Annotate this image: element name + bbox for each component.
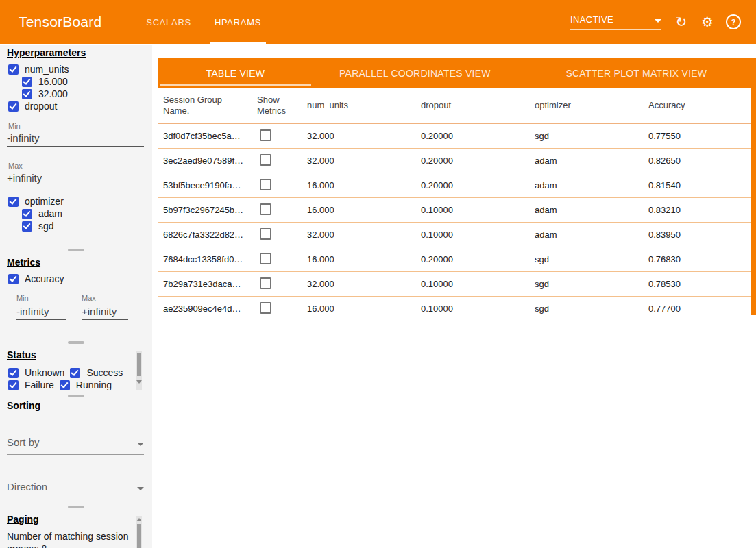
sort-by-dropdown[interactable]: Sort by [7,436,144,455]
optimizer-cell: sgd [529,131,643,141]
session-group-row[interactable]: 7b29a731e3daca… 32.000 0.10000 sgd 0.785… [158,272,756,297]
dropout-cell: 0.20000 [415,155,529,166]
session-group-row[interactable]: 53bf5bece9190fa… 16.000 0.20000 adam 0.8… [158,173,756,198]
main-nav-tabs: SCALARS HPARAMS [134,0,273,44]
sort-by-value: Sort by [7,436,40,449]
tab-parallel-coordinates-view[interactable]: PARALLEL COORDINATES VIEW [313,58,517,88]
session-group-name-cell: 7684dcc13358fd0… [158,254,252,264]
column-header-dropout[interactable]: dropout [415,100,529,111]
help-icon[interactable]: ? [720,8,746,36]
checked-checkbox-icon [22,89,32,99]
session-group-name-cell: 3df0d7cf35bec5a… [158,131,252,141]
session-group-row[interactable]: 5b97f3c2967245b… 16.000 0.10000 adam 0.8… [158,198,756,223]
accuracy-cell: 0.82650 [643,155,756,166]
optimizer-cell: adam [529,155,643,166]
checked-checkbox-icon [8,380,19,390]
scroll-down-icon[interactable] [136,380,142,384]
accuracy-min-label: Min [16,294,66,303]
reload-status-select[interactable]: INACTIVE [570,14,661,30]
dropout-cell: 0.20000 [415,180,529,190]
num-units-cell: 32.000 [302,229,415,240]
num-units-cell: 16.000 [302,254,415,264]
show-metrics-checkbox[interactable] [260,179,271,190]
tab-table-view[interactable]: TABLE VIEW [158,58,313,88]
dropout-max-input[interactable] [7,172,144,186]
column-header-show-metrics[interactable]: Show Metrics [252,95,302,116]
accuracy-max-input[interactable] [82,306,128,320]
dropout-cell: 0.10000 [415,303,529,314]
settings-gear-icon[interactable]: ⚙ [694,8,720,36]
checkbox-status-running[interactable]: Running [60,379,112,391]
session-group-row[interactable]: 6826c7fa3322d82… 32.000 0.10000 adam 0.8… [158,223,756,247]
show-metrics-cell [252,253,302,266]
checkbox-num-units[interactable]: num_units [0,63,152,75]
accuracy-max-field: Max [82,294,128,320]
status-title: Status [7,349,152,361]
hparams-main-pane: TABLE VIEW PARALLEL COORDINATES VIEW SCA… [158,44,756,548]
paging-title: Paging [7,514,152,525]
tab-scalars[interactable]: SCALARS [134,0,203,44]
show-metrics-checkbox[interactable] [260,203,271,215]
accuracy-min-field: Min [16,294,66,320]
scrollbar-thumb[interactable] [137,353,141,376]
checkbox-status-unknown[interactable]: Unknown [8,366,64,379]
checkbox-label: Failure [25,379,54,391]
accuracy-max-label: Max [82,294,128,303]
section-resize-handle[interactable] [68,341,84,344]
column-header-optimizer[interactable]: optimizer [529,100,643,111]
checkbox-label: sgd [38,220,54,232]
checkbox-num-units-32[interactable]: 32.000 [0,88,152,100]
session-group-row[interactable]: 3df0d7cf35bec5a… 32.000 0.20000 sgd 0.77… [158,124,756,149]
scrollbar-thumb[interactable] [137,524,141,548]
scroll-up-icon[interactable] [136,518,142,521]
refresh-icon[interactable]: ↻ [668,8,694,36]
section-resize-handle[interactable] [68,395,84,397]
section-resize-handle[interactable] [68,506,84,508]
show-metrics-checkbox[interactable] [260,228,271,240]
column-header-session-group-name[interactable]: Session Group Name. [158,95,252,116]
tab-scatter-plot-matrix-view[interactable]: SCATTER PLOT MATRIX VIEW [517,58,756,88]
optimizer-cell: sgd [529,254,643,264]
dropout-cell: 0.20000 [415,254,529,264]
show-metrics-cell [252,302,302,316]
num-units-cell: 16.000 [302,180,415,190]
optimizer-cell: adam [529,229,643,240]
accuracy-cell: 0.83210 [643,205,756,215]
checkbox-optimizer-sgd[interactable]: sgd [0,220,152,232]
show-metrics-checkbox[interactable] [260,302,271,314]
direction-dropdown[interactable]: Direction [7,481,144,499]
optimizer-cell: sgd [529,303,643,314]
show-metrics-checkbox[interactable] [260,253,271,264]
show-metrics-checkbox[interactable] [260,277,271,289]
column-header-num-units[interactable]: num_units [302,100,415,111]
checkbox-dropout[interactable]: dropout [0,100,152,112]
session-group-row[interactable]: ae235909ec4e4d… 16.000 0.10000 sgd 0.777… [158,297,756,321]
checkbox-label: num_units [25,63,69,75]
checked-checkbox-icon [8,101,19,112]
checkbox-status-failure[interactable]: Failure [8,379,54,391]
column-header-accuracy[interactable]: Accuracy [643,100,756,111]
session-group-name-cell: ae235909ec4e4d… [158,303,252,314]
status-scrollbar-track [136,351,142,390]
session-group-row[interactable]: 3ec2aed9e07589f… 32.000 0.20000 adam 0.8… [158,149,756,173]
dropout-min-input[interactable] [7,132,144,147]
session-group-row[interactable]: 7684dcc13358fd0… 16.000 0.20000 sgd 0.76… [158,247,756,272]
section-resize-handle[interactable] [68,249,84,251]
checkbox-num-units-16[interactable]: 16.000 [0,75,152,88]
accuracy-cell: 0.76830 [643,254,756,264]
checkbox-label: adam [38,208,62,220]
accuracy-min-input[interactable] [16,306,66,320]
tab-hparams[interactable]: HPARAMS [203,0,273,44]
session-group-name-cell: 3ec2aed9e07589f… [158,155,252,166]
checkbox-optimizer-adam[interactable]: adam [0,208,152,220]
table-header-row: Session Group Name. Show Metrics num_uni… [158,88,756,124]
checkbox-status-success[interactable]: Success [70,366,123,379]
checked-checkbox-icon [70,368,80,378]
show-metrics-checkbox[interactable] [260,154,271,166]
paging-section: Paging Number of matching session groups… [0,514,152,548]
dropout-cell: 0.10000 [415,205,529,215]
checkbox-optimizer[interactable]: optimizer [0,195,152,208]
chevron-down-icon [137,487,144,490]
show-metrics-checkbox[interactable] [260,129,271,141]
checkbox-accuracy[interactable]: Accuracy [0,273,152,285]
